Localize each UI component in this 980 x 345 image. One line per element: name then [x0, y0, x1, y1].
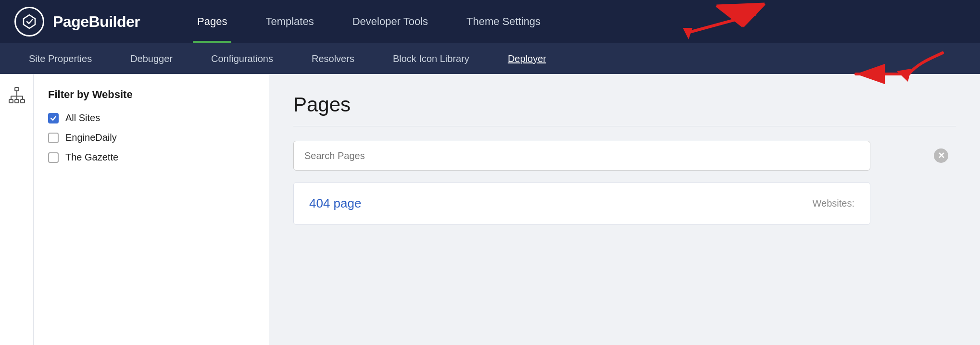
app-title: PageBuilder [53, 13, 140, 31]
svg-rect-3 [21, 99, 25, 103]
filter-label-engine-daily: EngineDaily [65, 132, 117, 143]
subnav-site-properties[interactable]: Site Properties [10, 43, 111, 74]
filter-item-all-sites: All Sites [48, 112, 254, 123]
checkbox-the-gazette[interactable] [48, 152, 59, 163]
subnav-resolvers[interactable]: Resolvers [292, 43, 374, 74]
filter-label-the-gazette: The Gazette [65, 152, 118, 163]
search-bar-wrapper: ✕ [293, 141, 956, 171]
svg-rect-2 [15, 99, 19, 103]
page-title: Pages [293, 93, 956, 116]
subnav-configurations[interactable]: Configurations [192, 43, 292, 74]
content-divider [293, 126, 956, 126]
sub-nav: Site Properties Debugger Configurations … [0, 43, 980, 74]
filter-item-engine-daily: EngineDaily [48, 132, 254, 143]
nav-link-templates[interactable]: Templates [246, 0, 333, 43]
nav-link-pages[interactable]: Pages [178, 0, 246, 43]
page-link-404[interactable]: 404 page [309, 196, 361, 211]
top-nav-links: Pages Templates Developer Tools Theme Se… [178, 0, 560, 43]
logo-icon[interactable] [14, 7, 44, 37]
top-nav: PageBuilder Pages Templates Developer To… [0, 0, 980, 43]
main-area: Filter by Website All Sites EngineDaily … [0, 74, 980, 345]
page-websites-label: Websites: [813, 198, 854, 209]
filter-item-the-gazette: The Gazette [48, 152, 254, 163]
nav-link-developer-tools[interactable]: Developer Tools [333, 0, 447, 43]
filter-title: Filter by Website [48, 88, 254, 101]
svg-rect-0 [15, 87, 19, 91]
svg-rect-1 [9, 99, 13, 103]
logo-area: PageBuilder [14, 7, 149, 37]
search-input[interactable] [293, 141, 870, 171]
search-clear-button[interactable]: ✕ [934, 148, 948, 163]
subnav-block-icon-library[interactable]: Block Icon Library [374, 43, 489, 74]
subnav-deployer[interactable]: Deployer [489, 43, 565, 74]
checkbox-all-sites[interactable] [48, 113, 59, 123]
nav-link-theme-settings[interactable]: Theme Settings [447, 0, 560, 43]
filter-label-all-sites: All Sites [65, 112, 100, 123]
checkbox-engine-daily[interactable] [48, 133, 59, 143]
filter-panel: Filter by Website All Sites EngineDaily … [34, 74, 269, 345]
page-card: 404 page Websites: [293, 182, 870, 225]
subnav-debugger[interactable]: Debugger [111, 43, 192, 74]
hierarchy-icon[interactable] [5, 84, 28, 107]
sidebar [0, 74, 34, 345]
content-area: Pages ✕ 404 page Websites: [269, 74, 980, 345]
